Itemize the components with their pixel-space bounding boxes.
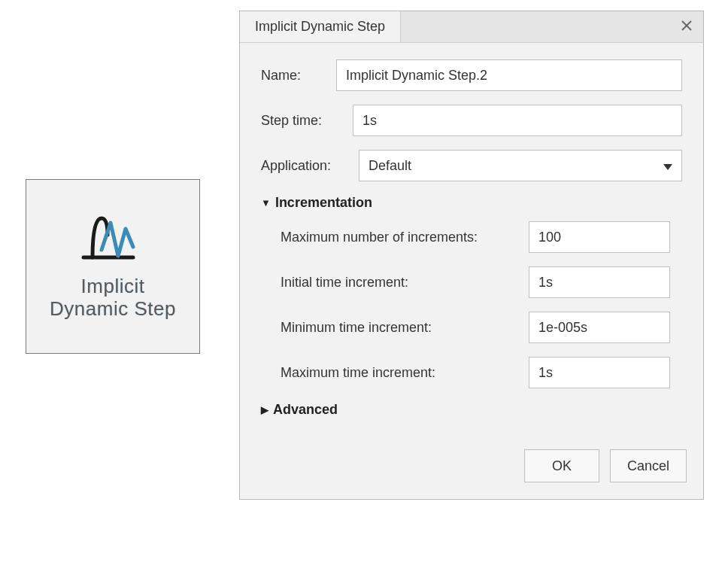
min-ti-input[interactable] <box>529 312 670 343</box>
max-increments-row: Maximum number of increments: <box>281 221 682 253</box>
dialog-footer: OK Cancel <box>240 437 703 499</box>
chevron-down-icon <box>663 158 672 174</box>
tile-label: ImplicitDynamic Step <box>50 275 176 321</box>
implicit-dynamic-step-icon <box>79 212 147 268</box>
advanced-header[interactable]: ▶ Advanced <box>261 402 682 418</box>
max-ti-row: Maximum time increment: <box>281 357 682 388</box>
ok-button-label: OK <box>552 458 572 474</box>
dialog-body: Name: Step time: Application: Default ▼ … <box>240 43 703 437</box>
steptime-row: Step time: <box>261 105 682 136</box>
application-row: Application: Default <box>261 150 682 181</box>
svg-marker-2 <box>663 164 672 170</box>
min-ti-row: Minimum time increment: <box>281 312 682 343</box>
incrementation-header[interactable]: ▼ Incrementation <box>261 195 682 211</box>
close-icon <box>681 19 692 35</box>
steptime-label: Step time: <box>261 113 353 129</box>
initial-ti-row: Initial time increment: <box>281 266 682 298</box>
max-ti-label: Maximum time increment: <box>281 365 529 381</box>
implicit-dynamic-step-tile[interactable]: ImplicitDynamic Step <box>26 179 200 354</box>
application-select-value: Default <box>369 158 411 174</box>
steptime-input[interactable] <box>353 105 682 136</box>
initial-ti-label: Initial time increment: <box>281 275 529 291</box>
implicit-dynamic-step-dialog: Implicit Dynamic Step Name: Step time: A… <box>239 11 704 500</box>
advanced-header-label: Advanced <box>273 402 338 418</box>
max-increments-input[interactable] <box>529 221 670 253</box>
max-increments-label: Maximum number of increments: <box>281 230 529 245</box>
initial-ti-input[interactable] <box>529 266 670 298</box>
triangle-right-icon: ▶ <box>261 404 268 415</box>
dialog-title-tab: Implicit Dynamic Step <box>240 11 401 42</box>
min-ti-label: Minimum time increment: <box>281 320 529 336</box>
close-button[interactable] <box>670 11 703 42</box>
titlebar-spacer <box>401 11 670 42</box>
name-input[interactable] <box>336 59 682 91</box>
max-ti-input[interactable] <box>529 357 670 388</box>
application-select[interactable]: Default <box>359 150 682 181</box>
application-label: Application: <box>261 158 359 174</box>
triangle-down-icon: ▼ <box>261 197 271 208</box>
dialog-titlebar: Implicit Dynamic Step <box>240 11 703 43</box>
name-row: Name: <box>261 59 682 91</box>
incrementation-header-label: Incrementation <box>275 195 372 211</box>
name-label: Name: <box>261 68 336 84</box>
incrementation-group: Maximum number of increments: Initial ti… <box>261 221 682 388</box>
ok-button[interactable]: OK <box>524 449 599 482</box>
cancel-button-label: Cancel <box>627 458 669 474</box>
cancel-button[interactable]: Cancel <box>610 449 687 482</box>
